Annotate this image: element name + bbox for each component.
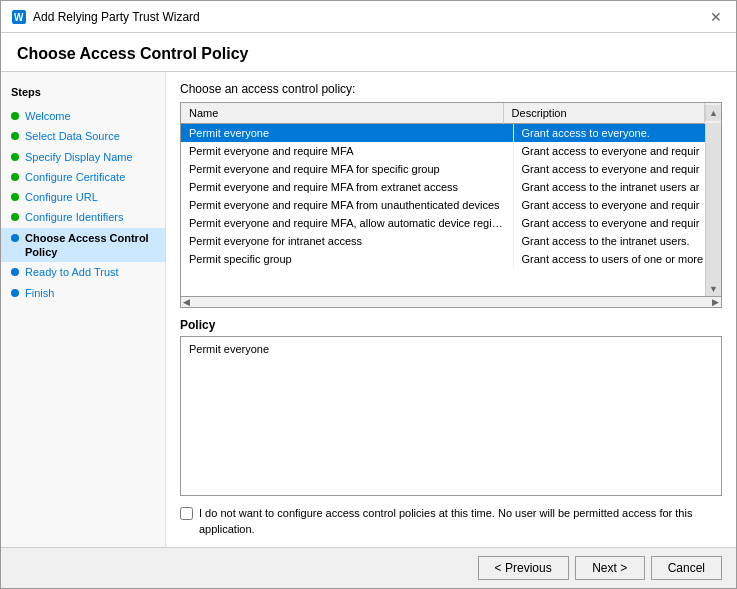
horizontal-scrollbar[interactable]: ◀ ▶ <box>180 297 722 308</box>
sidebar-item-label: Choose Access Control Policy <box>25 231 155 260</box>
sidebar-item-select-data-source[interactable]: Select Data Source <box>1 126 165 146</box>
table-cell-name: Permit everyone for intranet access <box>181 232 513 250</box>
checkbox-row: I do not want to configure access contro… <box>180 506 722 537</box>
table-cell-name: Permit everyone and require MFA, allow a… <box>181 214 513 232</box>
table-row[interactable]: Permit everyone for intranet accessGrant… <box>181 232 721 250</box>
table-cell-name: Permit specific group <box>181 250 513 268</box>
col-desc-header: Description <box>503 103 704 124</box>
svg-text:W: W <box>14 12 24 23</box>
page-title: Choose Access Control Policy <box>1 33 736 72</box>
table-row[interactable]: Permit everyoneGrant access to everyone. <box>181 124 721 142</box>
table-row[interactable]: Permit everyone and require MFA from ext… <box>181 178 721 196</box>
section-label: Choose an access control policy: <box>180 82 722 96</box>
sidebar-dot <box>11 193 19 201</box>
close-button[interactable]: ✕ <box>706 7 726 27</box>
sidebar-dot <box>11 173 19 181</box>
sidebar-item-welcome[interactable]: Welcome <box>1 106 165 126</box>
table-cell-desc: Grant access to the intranet users. <box>513 232 721 250</box>
table-cell-name: Permit everyone <box>181 124 513 142</box>
table-row[interactable]: Permit everyone and require MFAGrant acc… <box>181 142 721 160</box>
cancel-button[interactable]: Cancel <box>651 556 722 580</box>
table-row[interactable]: Permit everyone and require MFA for spec… <box>181 160 721 178</box>
sidebar-item-label: Configure Identifiers <box>25 210 123 224</box>
sidebar-item-label: Welcome <box>25 109 71 123</box>
sidebar: Steps WelcomeSelect Data SourceSpecify D… <box>1 72 166 547</box>
scroll-header: ▲ <box>704 103 721 124</box>
sidebar-dot <box>11 213 19 221</box>
table-cell-desc: Grant access to everyone and requir <box>513 214 721 232</box>
no-policy-checkbox[interactable] <box>180 507 193 520</box>
prev-button[interactable]: < Previous <box>478 556 569 580</box>
content-area: Steps WelcomeSelect Data SourceSpecify D… <box>1 72 736 547</box>
sidebar-dot <box>11 289 19 297</box>
sidebar-dot <box>11 268 19 276</box>
main-panel: Choose an access control policy: Name De… <box>166 72 736 547</box>
col-name-header: Name <box>181 103 503 124</box>
sidebar-item-label: Ready to Add Trust <box>25 265 119 279</box>
sidebar-item-label: Specify Display Name <box>25 150 133 164</box>
title-bar-text: Add Relying Party Trust Wizard <box>33 10 200 24</box>
table-scroll-wrapper[interactable]: Permit everyoneGrant access to everyone.… <box>181 124 721 294</box>
table-cell-desc: Grant access to users of one or more <box>513 250 721 268</box>
sidebar-dot <box>11 112 19 120</box>
wizard-window: W Add Relying Party Trust Wizard ✕ Choos… <box>0 0 737 589</box>
policy-text: Permit everyone <box>189 343 269 355</box>
sidebar-item-ready-to-add-trust[interactable]: Ready to Add Trust <box>1 262 165 282</box>
policy-section: Policy Permit everyone <box>180 318 722 496</box>
table-cell-name: Permit everyone and require MFA from una… <box>181 196 513 214</box>
footer: < Previous Next > Cancel <box>1 547 736 588</box>
sidebar-item-label: Finish <box>25 286 54 300</box>
sidebar-item-configure-url[interactable]: Configure URL <box>1 187 165 207</box>
title-bar-left: W Add Relying Party Trust Wizard <box>11 9 200 25</box>
sidebar-dot <box>11 153 19 161</box>
sidebar-item-label: Configure URL <box>25 190 98 204</box>
policy-section-label: Policy <box>180 318 722 332</box>
table-cell-desc: Grant access to everyone and requir <box>513 142 721 160</box>
sidebar-item-choose-access-control-policy[interactable]: Choose Access Control Policy <box>1 228 165 263</box>
sidebar-item-label: Configure Certificate <box>25 170 125 184</box>
table-cell-name: Permit everyone and require MFA from ext… <box>181 178 513 196</box>
policy-text-box: Permit everyone <box>180 336 722 496</box>
title-bar: W Add Relying Party Trust Wizard ✕ <box>1 1 736 33</box>
table-cell-desc: Grant access to everyone and requir <box>513 196 721 214</box>
policy-table-container: Name Description ▲ <box>180 102 722 297</box>
sidebar-item-specify-display-name[interactable]: Specify Display Name <box>1 147 165 167</box>
table-cell-desc: Grant access to everyone and requir <box>513 160 721 178</box>
policy-table-body-rows: Permit everyoneGrant access to everyone.… <box>181 124 721 268</box>
table-header-row: Name Description ▲ <box>181 103 721 124</box>
table-cell-name: Permit everyone and require MFA <box>181 142 513 160</box>
sidebar-dot <box>11 132 19 140</box>
policy-table-body: Permit everyoneGrant access to everyone.… <box>181 124 721 268</box>
policy-table: Name Description ▲ <box>181 103 721 124</box>
sidebar-dot <box>11 234 19 242</box>
vertical-scrollbar[interactable]: ▼ <box>705 123 721 296</box>
sidebar-item-configure-identifiers[interactable]: Configure Identifiers <box>1 207 165 227</box>
table-row[interactable]: Permit everyone and require MFA from una… <box>181 196 721 214</box>
wizard-icon: W <box>11 9 27 25</box>
table-cell-name: Permit everyone and require MFA for spec… <box>181 160 513 178</box>
sidebar-items: WelcomeSelect Data SourceSpecify Display… <box>1 106 165 303</box>
next-button[interactable]: Next > <box>575 556 645 580</box>
table-row[interactable]: Permit everyone and require MFA, allow a… <box>181 214 721 232</box>
checkbox-label: I do not want to configure access contro… <box>199 506 722 537</box>
sidebar-item-label: Select Data Source <box>25 129 120 143</box>
table-cell-desc: Grant access to everyone. <box>513 124 721 142</box>
sidebar-item-configure-certificate[interactable]: Configure Certificate <box>1 167 165 187</box>
sidebar-item-finish[interactable]: Finish <box>1 283 165 303</box>
sidebar-title: Steps <box>1 82 165 106</box>
table-cell-desc: Grant access to the intranet users ar <box>513 178 721 196</box>
table-row[interactable]: Permit specific groupGrant access to use… <box>181 250 721 268</box>
